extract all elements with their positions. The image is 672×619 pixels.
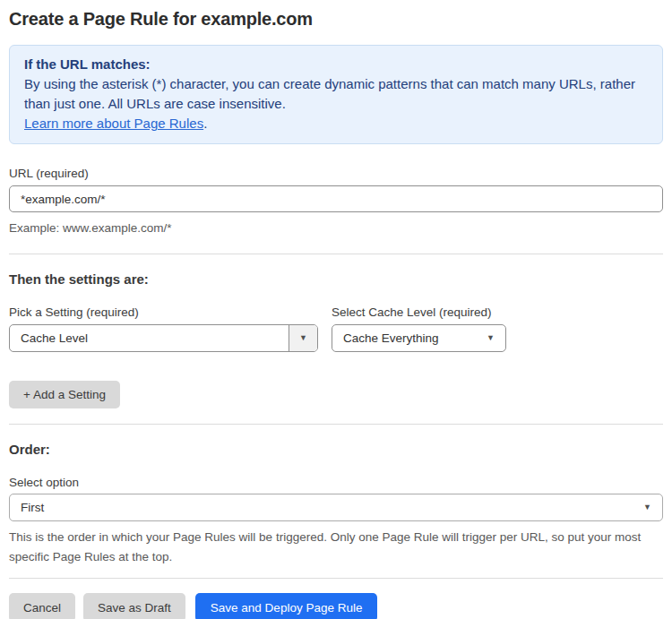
link-suffix: .	[203, 116, 207, 131]
order-select-value: First	[21, 501, 44, 514]
footer-divider	[9, 578, 663, 579]
caret-down-icon: ▼	[299, 334, 307, 342]
settings-section-heading: Then the settings are:	[9, 271, 663, 287]
page-title: Create a Page Rule for example.com	[9, 9, 663, 30]
save-and-deploy-button[interactable]: Save and Deploy Page Rule	[195, 593, 378, 619]
footer-button-row: Cancel Save as Draft Save and Deploy Pag…	[9, 593, 663, 619]
section-divider	[9, 424, 663, 425]
cache-level-field: Select Cache Level (required) Cache Ever…	[332, 305, 506, 352]
cache-level-label: Select Cache Level (required)	[332, 305, 506, 319]
setting-picker-field: Pick a Setting (required) Cache Level ▼	[9, 305, 318, 352]
page-rule-form: Create a Page Rule for example.com If th…	[0, 9, 672, 619]
order-section-heading: Order:	[9, 442, 663, 457]
order-select-label: Select option	[9, 476, 663, 489]
cache-level-dropdown[interactable]: Cache Everything ▼	[332, 324, 506, 352]
learn-more-link[interactable]: Learn more about Page Rules	[24, 116, 203, 131]
url-helper-text: Example: www.example.com/*	[9, 219, 663, 238]
setting-picker-value: Cache Level	[10, 325, 289, 351]
info-box-heading: If the URL matches:	[24, 55, 648, 74]
section-divider	[9, 254, 663, 254]
cache-level-value: Cache Everything	[332, 325, 487, 351]
setting-picker-dropdown[interactable]: Cache Level ▼	[9, 324, 318, 352]
caret-down-icon: ▼	[487, 325, 505, 351]
cancel-button[interactable]: Cancel	[9, 593, 75, 619]
add-setting-button[interactable]: + Add a Setting	[9, 381, 120, 408]
info-box-body: By using the asterisk (*) character, you…	[24, 74, 648, 114]
order-select-dropdown[interactable]: First ▼	[9, 494, 663, 521]
url-field-label: URL (required)	[9, 167, 663, 180]
caret-down-icon: ▼	[643, 503, 651, 512]
save-as-draft-button[interactable]: Save as Draft	[83, 593, 185, 619]
caret-down-button[interactable]: ▼	[289, 325, 317, 351]
url-input[interactable]	[9, 185, 663, 212]
order-helper-text: This is the order in which your Page Rul…	[9, 528, 663, 567]
info-box-link-line: Learn more about Page Rules.	[24, 114, 648, 133]
settings-row: Pick a Setting (required) Cache Level ▼ …	[9, 305, 663, 352]
url-match-info-box: If the URL matches: By using the asteris…	[9, 45, 663, 144]
setting-picker-label: Pick a Setting (required)	[9, 305, 318, 319]
